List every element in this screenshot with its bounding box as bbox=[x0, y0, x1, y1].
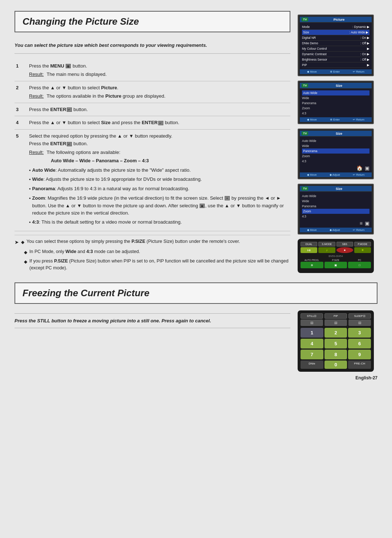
option-text-5: 4:3: This is the default setting for a v… bbox=[32, 219, 182, 227]
steps-table: 1 Press the MENU ▦ button. Result: The m… bbox=[15, 60, 290, 232]
smode-icon: ♪ bbox=[326, 248, 328, 252]
panorama-icon-2: ▣ bbox=[365, 165, 369, 171]
tv-screen-2: TV Size Auto Wide Wide Panorama Zoom 4:3… bbox=[298, 81, 374, 124]
tv-screen-3-footer: ◆ Move ◆ Adjust ↩ Return bbox=[300, 172, 372, 177]
size-item-autowide-3: Auto Wide bbox=[302, 138, 369, 143]
step-3-content: Press the ENTER↵ button. bbox=[28, 103, 290, 116]
remote-dual-btn: DUAL I·II bbox=[301, 242, 317, 253]
remote2-bottom-row: DNIe 0 PRE-CH bbox=[301, 360, 371, 369]
step-1-instruction: Press the MENU ▦ button. bbox=[29, 62, 289, 70]
step-5-number: 5 bbox=[15, 129, 28, 231]
option-text-2: Wide: Adjusts the picture size to 16:9 a… bbox=[32, 176, 202, 184]
tv-row-pip: PIP ▶ bbox=[302, 62, 369, 68]
tv-row-size: Size : Auto Wide ▶ bbox=[302, 30, 369, 35]
tv-row-size-value: : Auto Wide ▶ bbox=[349, 30, 368, 34]
num-0: 0 bbox=[324, 360, 347, 369]
tv-row-dc-label: Dynamic Contrast bbox=[302, 52, 327, 56]
step-5-instruction: Select the required option by pressing t… bbox=[29, 133, 289, 140]
size-item-wide-3: Wide bbox=[302, 143, 369, 148]
size-item-wide-4: Wide bbox=[302, 199, 369, 204]
right-column: TV Picture Mode : Dynamic ▶ Size : Auto … bbox=[298, 11, 377, 274]
tv-row-bs-label: Brightness Sensor bbox=[302, 58, 327, 61]
tv-footer-move-2: ◆ Move bbox=[307, 118, 317, 121]
tv-screen-3-body: Auto Wide Wide Panorama Zoom 4:3 🏠 ▣ bbox=[300, 137, 372, 172]
step-5-content: Select the required option by pressing t… bbox=[28, 129, 290, 231]
step-1-result: Result: The main menu is displayed. bbox=[29, 71, 289, 78]
tv-row-mcc: My Colour Control ▶ bbox=[302, 46, 369, 52]
tv-screen-4-icons: ≡ ▣ bbox=[302, 220, 369, 226]
step-1-content: Press the MENU ▦ button. Result: The mai… bbox=[28, 60, 290, 81]
still-btn-body: ▤ bbox=[301, 319, 323, 326]
tv-footer-move-1: ◆ Move bbox=[307, 70, 317, 73]
remote-mid-row: AUTO PROG. ⊕ P.SIZE ▣ PC bbox=[301, 259, 371, 268]
tv-logo-1: TV bbox=[302, 17, 308, 21]
step-4-content: Press the ▲ or ▼ button to select Size a… bbox=[28, 116, 290, 130]
note-text-1: You can select these options by simply p… bbox=[26, 238, 290, 245]
size-item-panorama-2: Panorama bbox=[302, 101, 369, 106]
tv-row-bs: Brightness Sensor : Off ▶ bbox=[302, 57, 369, 62]
tv-row-dnr: Digital NR : On ▶ bbox=[302, 35, 369, 41]
section2-title: Freezing the Current Picture bbox=[23, 288, 369, 299]
model-number: BN59-00454 bbox=[301, 255, 371, 257]
tv-row-mcc-label: My Colour Control bbox=[302, 47, 327, 50]
remote2-numpad: 1 2 3 4 5 6 7 8 9 bbox=[301, 328, 371, 359]
dnie-btn: DNIe bbox=[301, 360, 323, 369]
tv-screen-4-footer: ◆ Move ◆ Adjust ↩ Return bbox=[300, 228, 372, 232]
prech-btn: PRE-CH bbox=[348, 360, 371, 369]
option-text-3: Panorama: Adjusts 16:9 to 4:3 in a natur… bbox=[32, 185, 189, 193]
step-5-instruction2: Press the ENTER↵ button. bbox=[29, 140, 289, 147]
smode-label: S.MODE bbox=[318, 242, 335, 246]
enter-icon-4: ↵ bbox=[158, 121, 163, 125]
still-label: STILL⊡ bbox=[301, 313, 323, 319]
note-2: ◆ In PC Mode, only Wide and 4:3 mode can… bbox=[15, 248, 290, 256]
remote-control-1: DUAL I·II S.MODE ♪ SBS ● bbox=[298, 239, 374, 273]
tv-screen-3: TV Size Auto Wide Wide Panorama Zoom 4:3… bbox=[298, 129, 374, 179]
remote-pc-btn: PC □ bbox=[348, 259, 371, 268]
diamond-icon-2: ◆ bbox=[24, 249, 27, 256]
zoom-select-icon: ≡ bbox=[225, 196, 230, 200]
page-number-text: English-27 bbox=[355, 375, 377, 380]
step-5-result-text: The following options are available: bbox=[46, 149, 120, 156]
num-8: 8 bbox=[324, 350, 347, 359]
num-4: 4 bbox=[301, 339, 323, 349]
option-43: • 4:3: This is the default setting for a… bbox=[29, 219, 289, 227]
tv-row-dc: Dynamic Contrast : On ▶ bbox=[302, 52, 369, 57]
tv-footer-move-4: ◆ Move bbox=[307, 228, 317, 232]
option-zoom: • Zoom: Magnifies the 16:9 wide picture … bbox=[29, 195, 289, 217]
second-right: STILL⊡ ▤ PIP ▤ SLEEP⊡ bbox=[298, 310, 377, 372]
tv-footer-enter-2: ⊕ Enter bbox=[330, 118, 340, 121]
autoprog-btn-body: ⊕ bbox=[301, 262, 323, 268]
pc-btn-body: □ bbox=[348, 262, 371, 268]
option-bullet-2: • bbox=[29, 176, 31, 184]
tv-screen-2-header: TV Size bbox=[300, 83, 372, 88]
step-1-number: 1 bbox=[15, 60, 28, 81]
pmode-icon: ☀ bbox=[361, 248, 364, 252]
note-1: ➤ ◆ You can select these options by simp… bbox=[15, 238, 290, 246]
remote-sbs-btn: SBS ● bbox=[336, 242, 353, 253]
step-1-row: 1 Press the MENU ▦ button. Result: The m… bbox=[15, 60, 290, 81]
tv-row-dnr-label: Digital NR bbox=[302, 36, 316, 40]
enter-icon-5: ↵ bbox=[67, 142, 72, 146]
options-list: • Auto Wide: Automatically adjusts the p… bbox=[29, 167, 289, 227]
pip-icon: ▤ bbox=[334, 321, 338, 325]
section2-header: Freezing the Current Picture bbox=[15, 282, 377, 304]
option-autowide: • Auto Wide: Automatically adjusts the p… bbox=[29, 167, 289, 175]
section1-intro: You can select the picture size which be… bbox=[15, 39, 290, 54]
remote-smode-btn: S.MODE ♪ bbox=[318, 242, 335, 253]
smode-btn-body: ♪ bbox=[318, 247, 335, 253]
still-icon: ▤ bbox=[310, 321, 314, 325]
menu-icon: ▦ bbox=[66, 64, 71, 68]
tv-screen-1-body: Mode : Dynamic ▶ Size : Auto Wide ▶ Digi… bbox=[300, 23, 372, 69]
pip-label: PIP bbox=[324, 313, 347, 319]
step-2-number: 2 bbox=[15, 81, 28, 103]
tv-row-size-label: Size bbox=[303, 30, 309, 34]
tv-row-dnr-value: : On ▶ bbox=[360, 36, 369, 40]
step-2-row: 2 Press the ▲ or ▼ button to select Pict… bbox=[15, 81, 290, 103]
tv-footer-return-3: ↩ Return bbox=[353, 173, 364, 176]
section1-title: Changing the Picture Size bbox=[23, 16, 282, 27]
tv-screen-3-header: TV Size bbox=[300, 131, 372, 136]
tv-footer-enter-1: ⊕ Enter bbox=[330, 70, 340, 73]
sbs-btn-body: ● bbox=[336, 247, 353, 253]
tv-row-mode: Mode : Dynamic ▶ bbox=[302, 24, 369, 30]
arrow-icon: ➤ bbox=[15, 239, 19, 246]
